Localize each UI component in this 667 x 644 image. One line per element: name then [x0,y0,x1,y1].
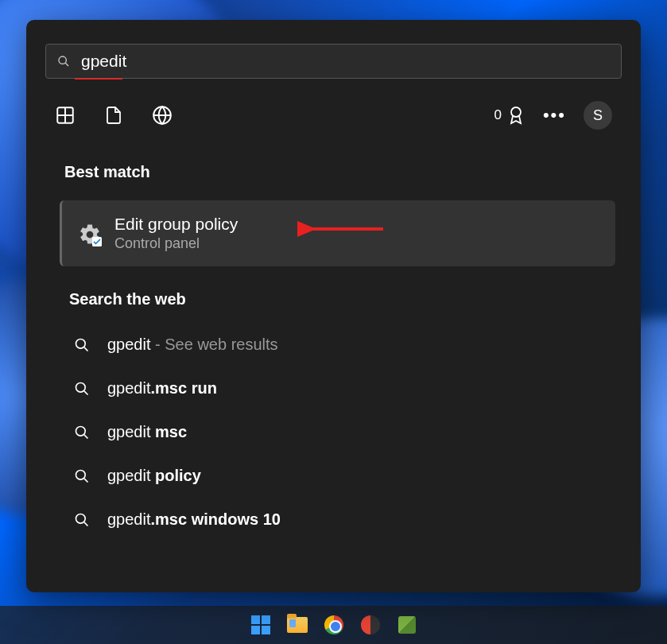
app-button-2[interactable] [396,614,418,636]
web-result-item[interactable]: gpedit.msc windows 10 [60,498,622,541]
svg-point-0 [59,56,66,64]
more-options-button[interactable]: ••• [543,105,566,126]
web-result-text: gpedit.msc run [107,379,217,398]
app-button-1[interactable] [359,614,382,636]
svg-line-16 [84,434,88,438]
search-input[interactable] [81,52,610,71]
green-app-icon [398,616,416,634]
web-result-text: gpedit policy [107,467,201,485]
search-icon [74,512,90,528]
web-result-item[interactable]: gpedit msc [60,410,622,454]
best-match-result[interactable]: Edit group policy Control panel [60,200,615,266]
apps-filter-icon[interactable] [55,105,76,126]
svg-point-19 [76,514,86,523]
web-result-item[interactable]: gpedit.msc run [60,367,622,410]
best-match-subtitle: Control panel [114,235,238,252]
taskbar [0,606,667,644]
rewards-indicator[interactable]: 0 [494,106,525,125]
start-search-panel: 0 ••• S Best match Edit group policy Con… [26,20,641,592]
svg-point-15 [76,426,86,436]
annotation-arrow [297,218,385,240]
web-results-list: gpedit - See web resultsgpedit.msc rungp… [60,323,622,541]
best-match-header: Best match [64,163,622,181]
search-box[interactable] [45,44,622,79]
web-filter-icon[interactable] [152,105,173,126]
svg-point-17 [76,470,86,479]
chrome-icon [324,615,343,634]
windows-logo-icon [251,615,270,634]
best-match-title: Edit group policy [114,215,238,234]
search-icon [74,468,90,484]
search-icon [74,337,90,353]
search-icon [74,425,90,440]
rewards-count: 0 [494,107,501,123]
documents-filter-icon[interactable] [104,105,123,126]
web-result-item[interactable]: gpedit policy [60,454,622,498]
file-explorer-button[interactable] [286,614,308,636]
svg-point-13 [76,382,86,392]
svg-line-20 [84,522,88,526]
start-button[interactable] [250,614,272,636]
folder-icon [287,617,308,633]
search-icon [74,381,90,397]
svg-line-1 [65,63,68,66]
search-filter-row: 0 ••• S [45,101,622,130]
search-icon [57,55,70,68]
chrome-button[interactable] [323,614,345,636]
svg-line-12 [84,347,88,351]
avatar-initial: S [593,107,603,124]
spellcheck-underline [75,78,122,80]
rewards-icon [506,106,525,125]
search-web-header: Search the web [69,290,622,308]
web-result-text: gpedit - See web results [107,336,278,354]
svg-line-14 [84,390,88,394]
circle-app-icon [361,615,380,634]
web-result-item[interactable]: gpedit - See web results [60,323,622,367]
web-result-text: gpedit msc [107,423,187,441]
svg-point-11 [76,339,86,348]
svg-line-18 [84,478,88,482]
control-panel-gear-icon [78,223,100,245]
web-result-text: gpedit.msc windows 10 [107,510,281,529]
user-avatar[interactable]: S [584,101,612,130]
svg-point-7 [511,107,521,117]
